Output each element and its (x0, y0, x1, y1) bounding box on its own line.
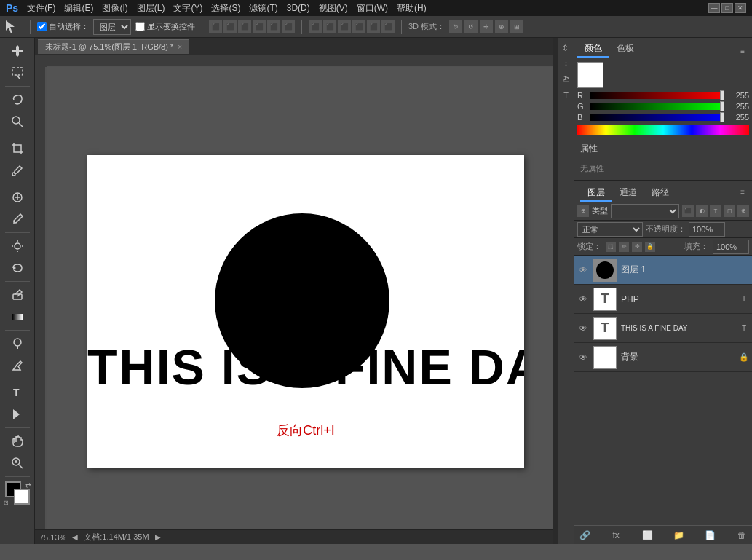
link-layers-button[interactable]: 🔗 (577, 528, 592, 543)
menu-3d[interactable]: 3D(D) (282, 3, 314, 13)
clone-tool[interactable] (4, 236, 31, 256)
pen-tool[interactable] (4, 355, 31, 376)
layer-eye-fineday[interactable]: 👁 (577, 323, 589, 334)
quick-select-tool[interactable] (4, 111, 31, 132)
blend-mode-select[interactable]: 正常 (577, 222, 643, 237)
eyedropper-tool[interactable] (4, 160, 31, 181)
maximize-button[interactable]: □ (721, 3, 733, 13)
menu-view[interactable]: 视图(V) (314, 2, 352, 15)
3d-slide-icon[interactable]: ⊕ (495, 20, 508, 33)
lock-position-icon[interactable]: ✛ (632, 242, 642, 252)
g-slider-thumb[interactable] (720, 101, 724, 111)
3d-roll-icon[interactable]: ↺ (464, 20, 478, 33)
filter-adjustment-icon[interactable]: ◐ (696, 205, 708, 217)
fill-input[interactable] (713, 240, 749, 254)
brush-tool[interactable] (4, 209, 31, 229)
tab-swatches[interactable]: 色板 (609, 41, 641, 58)
b-slider-track[interactable] (590, 114, 724, 121)
r-slider-track[interactable] (590, 92, 724, 99)
move-tool[interactable] (4, 41, 31, 61)
filter-shape-icon[interactable]: ◻ (724, 205, 735, 217)
color-spectrum-bar[interactable] (577, 125, 749, 135)
tab-channels[interactable]: 通道 (612, 185, 644, 202)
layer-select-dropdown[interactable]: 图层 (93, 19, 131, 35)
canvas-scroll[interactable]: THIS IS A FINE DAY 反向Ctrl+I (47, 67, 553, 544)
lock-all-icon[interactable]: 🔒 (645, 242, 655, 252)
show-transform-checkbox[interactable] (135, 22, 145, 31)
color-swatches[interactable]: ⇄ ⊡ (4, 481, 31, 506)
side-icon-1[interactable]: ⇔ (560, 41, 573, 54)
dist-bottom-icon[interactable]: ⬛ (381, 20, 395, 33)
dist-center-v-icon[interactable]: ⬛ (367, 20, 380, 33)
menu-text[interactable]: 文字(Y) (169, 2, 207, 15)
text-tool[interactable]: T (4, 382, 31, 403)
history-tool[interactable] (4, 258, 31, 278)
align-center-v-icon[interactable]: ⬛ (267, 20, 280, 33)
path-select-tool[interactable] (4, 404, 31, 425)
filter-icon[interactable]: ⊕ (577, 205, 589, 217)
lock-image-icon[interactable]: ✏ (619, 242, 629, 252)
filter-type-icon[interactable]: T (710, 205, 721, 217)
menu-help[interactable]: 帮助(H) (392, 2, 431, 15)
lasso-tool[interactable] (4, 90, 31, 110)
layer-eye-background[interactable]: 👁 (577, 352, 589, 363)
zoom-tool[interactable] (4, 453, 31, 473)
r-slider-thumb[interactable] (720, 90, 724, 100)
side-text-icon[interactable]: T (560, 89, 573, 102)
layers-panel-menu[interactable]: ≡ (736, 188, 749, 196)
filter-type-select[interactable] (611, 204, 679, 218)
menu-select[interactable]: 选择(S) (207, 2, 245, 15)
delete-layer-button[interactable]: 🗑 (735, 528, 749, 543)
layer-item-background[interactable]: 👁 背景 🔒 (574, 343, 752, 372)
layer-item-finedav[interactable]: 👁 T THIS IS A FINE DAY T (574, 314, 752, 343)
menu-image[interactable]: 图像(I) (98, 2, 132, 15)
crop-tool[interactable] (4, 138, 31, 159)
dist-top-icon[interactable]: ⬛ (352, 20, 365, 33)
menu-file[interactable]: 文件(F) (23, 2, 60, 15)
tab-paths[interactable]: 路径 (644, 185, 676, 202)
reset-colors-icon[interactable]: ⊡ (4, 500, 9, 506)
align-bottom-icon[interactable]: ⬛ (282, 20, 295, 33)
menu-edit[interactable]: 编辑(E) (60, 2, 98, 15)
opacity-input[interactable] (689, 222, 725, 237)
g-slider-track[interactable] (590, 103, 724, 110)
layer-item-php[interactable]: 👁 T PHP T (574, 285, 752, 314)
active-color-swatch[interactable] (577, 62, 603, 88)
align-left-icon[interactable]: ⬛ (209, 20, 222, 33)
side-ai-icon[interactable]: AI (560, 73, 573, 86)
add-mask-button[interactable]: ⬜ (640, 528, 654, 543)
lock-transparent-icon[interactable]: ⬚ (606, 242, 616, 252)
filter-pixel-icon[interactable]: ⬛ (682, 205, 694, 217)
eraser-tool[interactable] (4, 285, 31, 305)
layer-item-layer1[interactable]: 👁 图层 1 (574, 256, 752, 285)
close-button[interactable]: ✕ (735, 3, 746, 13)
document-tab[interactable]: 未标题-1 @ 75.1%(图层 1, RGB/8) * × (38, 39, 189, 54)
tab-color[interactable]: 颜色 (577, 41, 609, 58)
tab-layers[interactable]: 图层 (580, 185, 612, 202)
color-panel-menu[interactable]: ≡ (736, 47, 749, 55)
dist-left-icon[interactable]: ⬛ (309, 20, 322, 33)
dodge-tool[interactable] (4, 334, 31, 354)
filter-smart-icon[interactable]: ⊕ (737, 205, 749, 217)
menu-layer[interactable]: 图层(L) (132, 2, 170, 15)
status-nav-prev[interactable]: ◀ (72, 533, 78, 541)
3d-pan-icon[interactable]: ✛ (480, 20, 493, 33)
new-layer-button[interactable]: 📄 (703, 528, 718, 543)
new-group-button[interactable]: 📁 (672, 528, 686, 543)
auto-select-checkbox[interactable] (37, 22, 47, 31)
dist-center-h-icon[interactable]: ⬛ (323, 20, 336, 33)
3d-scale-icon[interactable]: ⊞ (510, 20, 523, 33)
menu-window[interactable]: 窗口(W) (352, 2, 392, 15)
status-nav-next[interactable]: ▶ (155, 533, 161, 541)
minimize-button[interactable]: — (708, 3, 720, 13)
align-center-h-icon[interactable]: ⬛ (223, 20, 237, 33)
align-top-icon[interactable]: ⬛ (253, 20, 266, 33)
healing-tool[interactable] (4, 187, 31, 208)
align-right-icon[interactable]: ⬛ (238, 20, 251, 33)
add-style-button[interactable]: fx (609, 528, 623, 543)
hand-tool[interactable] (4, 431, 31, 451)
b-slider-thumb[interactable] (720, 112, 724, 122)
layer-eye-php[interactable]: 👁 (577, 293, 589, 305)
dist-right-icon[interactable]: ⬛ (338, 20, 351, 33)
swap-colors-icon[interactable]: ⇄ (25, 481, 31, 489)
